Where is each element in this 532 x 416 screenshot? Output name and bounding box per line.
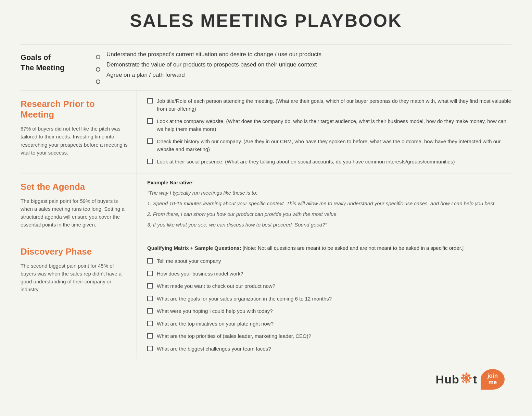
svg-rect-4: [461, 377, 463, 379]
hubspot-text: Hub: [436, 373, 459, 386]
goals-list: Understand the prospect's current situat…: [106, 51, 321, 78]
agenda-title: Set the Agenda: [21, 182, 128, 192]
page-title: SALES MEETING PLAYBOOK: [21, 10, 511, 34]
disc-checkbox-3[interactable]: [147, 283, 153, 289]
goals-item-2: Demonstrate the value of our products to…: [106, 61, 321, 68]
checkbox-3[interactable]: [147, 138, 153, 144]
narrative-label: Example Narrative:: [147, 180, 511, 185]
disc-checkbox-8[interactable]: [147, 346, 153, 351]
goals-item-3: Agree on a plan / path forward: [106, 72, 321, 78]
research-left: Research Prior to Meeting 67% of buyers …: [21, 90, 137, 173]
goals-section: Goals of The Meeting Understand the pros…: [21, 45, 511, 90]
disc-check-3: What made you want to check out our prod…: [147, 282, 511, 290]
discovery-title: Discovery Phase: [21, 246, 128, 257]
svg-rect-5: [469, 377, 472, 379]
discovery-description: The second biggest pain point for 45% of…: [21, 262, 128, 294]
disc-checkbox-4[interactable]: [147, 296, 153, 301]
bullet-circle-1: [96, 55, 100, 59]
disc-checkbox-5[interactable]: [147, 308, 153, 314]
svg-rect-3: [466, 381, 467, 383]
agenda-right: Example Narrative: “The way I typically …: [137, 173, 511, 238]
checkbox-4[interactable]: [147, 159, 153, 164]
checkbox-2[interactable]: [147, 118, 153, 124]
agenda-description: The biggest pain point for 59% of buyers…: [21, 197, 128, 229]
disc-check-8: What are the biggest challenges your tea…: [147, 345, 511, 353]
agenda-left: Set the Agenda The biggest pain point fo…: [21, 173, 137, 238]
narrative-line-3: 3. If you like what you see, we can disc…: [147, 221, 511, 229]
research-title: Research Prior to Meeting: [21, 99, 128, 120]
research-check-4: Look at their social presence. (What are…: [147, 158, 511, 166]
disc-checkbox-6[interactable]: [147, 321, 153, 326]
join-badge[interactable]: join me: [481, 369, 505, 390]
narrative-line-1: 1. Spend 10-15 minutes learning about yo…: [147, 199, 511, 207]
checkbox-1[interactable]: [147, 98, 153, 103]
svg-rect-2: [466, 372, 467, 375]
goals-label: Goals of The Meeting: [21, 51, 96, 73]
disc-check-2: How does your business model work?: [147, 270, 511, 278]
research-check-3: Check their history with our company. (A…: [147, 138, 511, 153]
footer: Hub t join me: [21, 369, 511, 390]
research-right: Job title/Role of each person attending …: [137, 90, 511, 173]
example-narrative: Example Narrative: “The way I typically …: [147, 180, 511, 229]
disc-check-5: What were you hoping I could help you wi…: [147, 307, 511, 315]
discovery-left: Discovery Phase The second biggest pain …: [21, 238, 137, 359]
research-checklist: Job title/Role of each person attending …: [147, 97, 511, 166]
narrative-line-0: “The way I typically run meetings like t…: [147, 189, 511, 197]
narrative-line-2: 2. From there, I can show you how our pr…: [147, 210, 511, 218]
disc-check-4: What are the goals for your sales organi…: [147, 295, 511, 303]
disc-checkbox-7[interactable]: [147, 333, 153, 339]
hubspot-text-t: t: [473, 373, 477, 386]
hubspot-logo: Hub t: [436, 371, 477, 387]
disc-checkbox-2[interactable]: [147, 271, 153, 276]
research-check-2: Look at the company website. (What does …: [147, 118, 511, 133]
discovery-checklist: Tell me about your company How does your…: [147, 257, 511, 353]
disc-checkbox-1[interactable]: [147, 258, 153, 264]
disc-check-1: Tell me about your company: [147, 257, 511, 265]
sprocket-icon: [460, 371, 473, 387]
qualifying-header: Qualifying Matrix + Sample Questions: [N…: [147, 244, 511, 252]
disc-check-7: What are the top priorities of (sales le…: [147, 332, 511, 340]
svg-point-0: [464, 376, 468, 380]
bullet-circle-3: [96, 79, 100, 84]
research-description: 67% of buyers did not feel like the pitc…: [21, 125, 128, 157]
disc-check-6: What are the top initiatives on your pla…: [147, 320, 511, 328]
goals-item-1: Understand the prospect's current situat…: [106, 51, 321, 58]
discovery-right: Qualifying Matrix + Sample Questions: [N…: [137, 238, 511, 359]
bullet-circle-2: [96, 67, 100, 72]
main-content: Research Prior to Meeting 67% of buyers …: [21, 90, 511, 359]
research-check-1: Job title/Role of each person attending …: [147, 97, 511, 113]
